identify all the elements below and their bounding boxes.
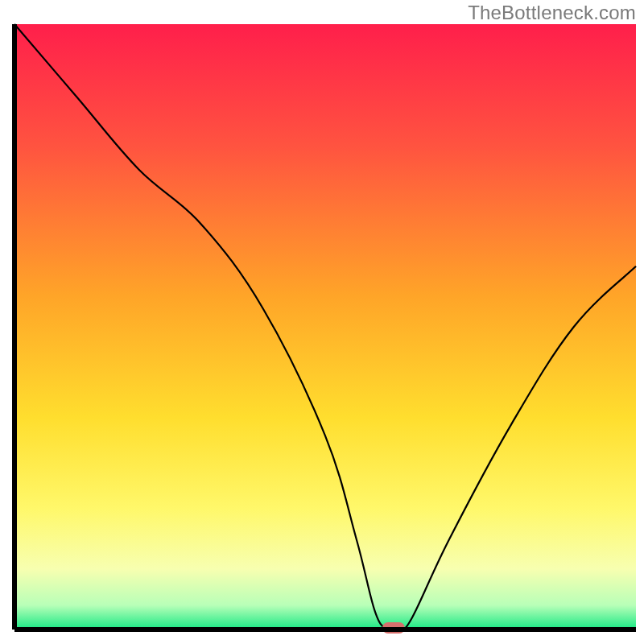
gradient-background bbox=[14, 24, 636, 630]
plot-area bbox=[14, 24, 636, 634]
bottleneck-chart bbox=[0, 0, 644, 644]
chart-container: TheBottleneck.com bbox=[0, 0, 644, 644]
watermark-text: TheBottleneck.com bbox=[468, 2, 636, 24]
